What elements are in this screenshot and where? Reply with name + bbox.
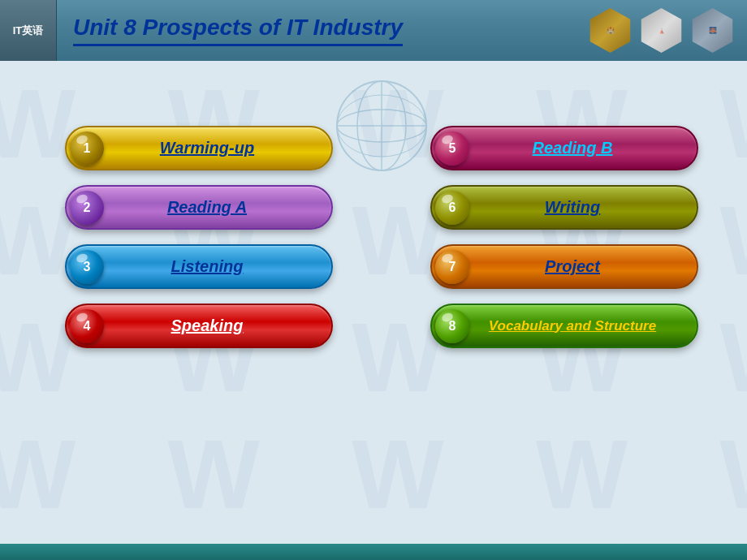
project-button[interactable]: 7 Project bbox=[430, 244, 698, 289]
hex-icon-castle: 🏰 bbox=[588, 8, 633, 53]
warming-up-button[interactable]: 1 Warming-up bbox=[65, 126, 333, 170]
reading-a-button[interactable]: 2 Reading A bbox=[65, 185, 333, 230]
btn-number-8: 8 bbox=[435, 309, 469, 343]
writing-button[interactable]: 6 Writing bbox=[430, 185, 698, 230]
listening-label: Listening bbox=[67, 257, 331, 276]
header-title-container: Unit 8 Prospects of IT Industry bbox=[57, 15, 588, 46]
btn-number-5: 5 bbox=[435, 131, 469, 166]
reading-b-button[interactable]: 5 Reading B bbox=[430, 126, 698, 170]
btn-number-6: 6 bbox=[435, 191, 469, 225]
hex-icon-tower: 🗼 bbox=[639, 8, 684, 53]
vocabulary-label: Vocabulary and Structure bbox=[432, 318, 697, 334]
btn-number-1: 1 bbox=[70, 131, 104, 166]
header-label-box: IT英语 bbox=[0, 0, 57, 61]
header-icons: 🏰 🗼 🌉 bbox=[588, 8, 747, 53]
vocabulary-button[interactable]: 8 Vocabulary and Structure bbox=[430, 304, 698, 348]
reading-a-label: Reading A bbox=[67, 198, 331, 217]
project-label: Project bbox=[432, 257, 697, 276]
subject-label: IT英语 bbox=[13, 24, 44, 37]
btn-number-7: 7 bbox=[435, 250, 469, 284]
btn-number-4: 4 bbox=[70, 309, 104, 343]
btn-number-2: 2 bbox=[70, 191, 104, 225]
header: IT英语 Unit 8 Prospects of IT Industry 🏰 🗼… bbox=[0, 0, 747, 61]
footer-bar bbox=[0, 544, 747, 560]
right-column: 5 Reading B 6 Writing 7 Project 8 Vocabu… bbox=[430, 126, 698, 348]
speaking-label: Speaking bbox=[67, 317, 331, 335]
btn-number-3: 3 bbox=[70, 250, 104, 284]
page-title: Unit 8 Prospects of IT Industry bbox=[73, 15, 403, 46]
main-content: 1 Warming-up 2 Reading A 3 Listening 4 S… bbox=[0, 61, 747, 544]
speaking-button[interactable]: 4 Speaking bbox=[65, 304, 333, 348]
warming-up-label: Warming-up bbox=[67, 139, 331, 157]
writing-label: Writing bbox=[432, 198, 697, 217]
listening-button[interactable]: 3 Listening bbox=[65, 244, 333, 289]
left-column: 1 Warming-up 2 Reading A 3 Listening 4 S… bbox=[65, 126, 333, 348]
hex-icon-city: 🌉 bbox=[690, 8, 735, 53]
reading-b-label: Reading B bbox=[432, 139, 697, 157]
